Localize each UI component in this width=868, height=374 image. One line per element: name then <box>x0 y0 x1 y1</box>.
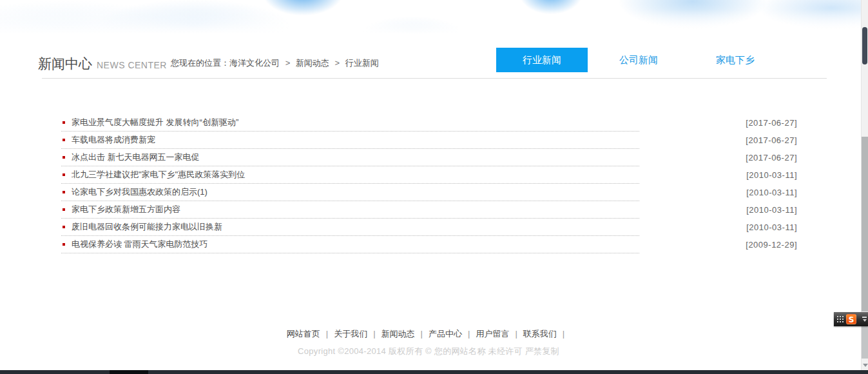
section-title-block: 新闻中心NEWS CENTER <box>38 55 167 73</box>
sogou-logo-icon[interactable]: S <box>846 314 856 324</box>
news-date: [2010-03-11] <box>746 184 797 201</box>
news-row: 北九三学社建议把"家电下乡"惠民政策落实到位 [2010-03-11] <box>61 166 797 184</box>
copyright-text: Copyright ©2004-2014 版权所有 © 您的网站名称 未经许可 … <box>0 346 857 357</box>
footer-separator: | <box>373 329 375 339</box>
news-date: [2017-06-27] <box>746 149 797 166</box>
bullet-icon <box>63 121 65 124</box>
sky-banner-image <box>0 0 861 37</box>
breadcrumb-separator: > <box>334 58 340 68</box>
footer-nav: 网站首页|关于我们|新闻动态|产品中心|用户留言|联系我们| <box>0 328 857 340</box>
news-row: 冰点出击 新七天电器网五一家电促 [2017-06-27] <box>61 149 797 166</box>
news-date: [2009-12-29] <box>746 236 797 253</box>
news-date: [2010-03-11] <box>746 166 797 184</box>
news-link[interactable]: 论家电下乡对我国惠农政策的启示(1) <box>72 186 207 198</box>
breadcrumb-link-news[interactable]: 新闻动态 <box>296 58 329 68</box>
page-title: 新闻中心 <box>38 56 92 71</box>
news-row: 论家电下乡对我国惠农政策的启示(1) [2010-03-11] <box>61 184 797 201</box>
footer-separator: | <box>326 329 328 339</box>
news-date: [2010-03-11] <box>746 219 797 236</box>
news-link[interactable]: 北九三学社建议把"家电下乡"惠民政策落实到位 <box>72 169 245 181</box>
scrollbar-track-region <box>862 326 868 359</box>
taskbar-edge <box>0 370 868 374</box>
ime-bar-controls <box>862 317 867 322</box>
footer-link-news[interactable]: 新闻动态 <box>381 329 415 339</box>
footer-link-about[interactable]: 关于我们 <box>334 329 367 339</box>
sogou-ime-bar[interactable]: S <box>834 312 868 326</box>
taskbar-edge-segment <box>110 370 148 374</box>
tab-company-news[interactable]: 公司新闻 <box>593 48 684 72</box>
news-row: 家电业景气度大幅度提升 发展转向“创新驱动” [2017-06-27] <box>61 114 797 132</box>
breadcrumb-separator: > <box>285 58 291 68</box>
footer-link-home[interactable]: 网站首页 <box>287 329 320 339</box>
news-date: [2017-06-27] <box>746 114 797 132</box>
chevron-down-icon[interactable] <box>863 319 867 322</box>
tab-appliances-to-countryside[interactable]: 家电下乡 <box>690 48 781 72</box>
footer-separator: | <box>421 329 423 339</box>
scrollbar-thumb[interactable] <box>862 27 867 64</box>
news-row: 废旧电器回收条例可能接力家电以旧换新 [2010-03-11] <box>61 219 797 236</box>
scroll-down-arrow-icon[interactable] <box>862 362 868 369</box>
news-link[interactable]: 冰点出击 新七天电器网五一家电促 <box>72 152 200 163</box>
footer-separator: | <box>563 329 564 339</box>
news-date: [2017-06-27] <box>746 132 797 149</box>
scrollbar-track-region <box>862 137 868 311</box>
news-center-header: 新闻中心NEWS CENTER 您现在的位置：海洋文化公司 > 新闻动态 > 行… <box>42 48 827 79</box>
breadcrumb: 您现在的位置：海洋文化公司 > 新闻动态 > 行业新闻 <box>171 57 379 69</box>
breadcrumb-current: 行业新闻 <box>345 58 379 68</box>
breadcrumb-link-company[interactable]: 海洋文化公司 <box>229 58 280 68</box>
news-link[interactable]: 废旧电器回收条例可能接力家电以旧换新 <box>72 221 222 233</box>
news-date: [2010-03-11] <box>746 201 797 219</box>
bullet-icon <box>63 156 65 159</box>
breadcrumb-prefix: 您现在的位置： <box>171 58 229 68</box>
news-link[interactable]: 车载电器将成消费新宠 <box>72 134 155 146</box>
news-list: 家电业景气度大幅度提升 发展转向“创新驱动” [2017-06-27] 车载电器… <box>61 114 797 253</box>
news-row: 电视保养必读 雷雨天气家电防范技巧 [2009-12-29] <box>61 236 797 253</box>
news-row: 车载电器将成消费新宠 [2017-06-27] <box>61 132 797 149</box>
bullet-icon <box>63 139 65 141</box>
footer-link-guestbook[interactable]: 用户留言 <box>476 329 509 339</box>
page: 新闻中心NEWS CENTER 您现在的位置：海洋文化公司 > 新闻动态 > 行… <box>0 0 868 374</box>
bullet-icon <box>63 191 65 193</box>
minimize-icon[interactable] <box>862 317 867 318</box>
news-tabs: 行业新闻 公司新闻 家电下乡 <box>496 48 781 72</box>
news-row: 家电下乡政策新增五方面内容 [2010-03-11] <box>61 201 797 219</box>
drag-handle-icon[interactable] <box>836 315 844 324</box>
footer-link-contact[interactable]: 联系我们 <box>523 329 557 339</box>
tab-industry-news[interactable]: 行业新闻 <box>496 48 588 72</box>
bullet-icon <box>63 243 65 246</box>
bullet-icon <box>63 173 65 176</box>
footer-separator: | <box>515 329 517 339</box>
footer-link-products[interactable]: 产品中心 <box>429 329 462 339</box>
news-link[interactable]: 家电业景气度大幅度提升 发展转向“创新驱动” <box>72 117 238 128</box>
bullet-icon <box>63 208 65 211</box>
bullet-icon <box>63 226 65 228</box>
news-link[interactable]: 电视保养必读 雷雨天气家电防范技巧 <box>72 239 208 250</box>
news-link[interactable]: 家电下乡政策新增五方面内容 <box>72 204 180 215</box>
footer-separator: | <box>468 329 470 339</box>
page-subtitle: NEWS CENTER <box>97 60 167 70</box>
